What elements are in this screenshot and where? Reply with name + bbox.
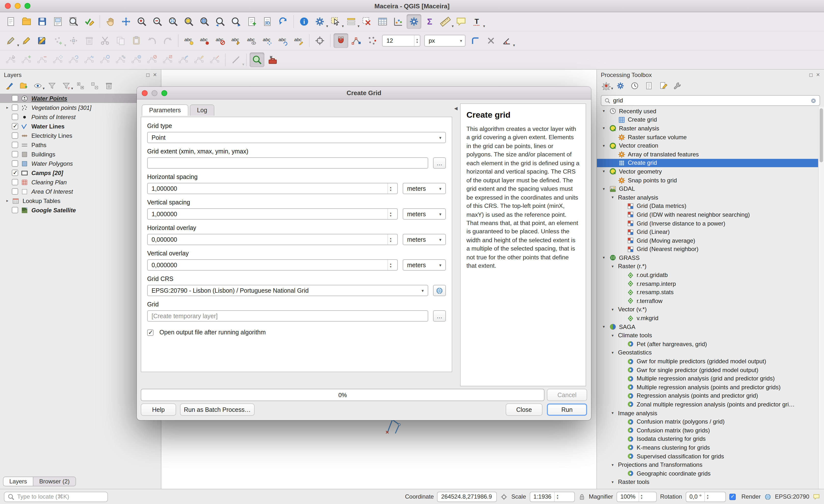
disclosure-triangle-icon[interactable]: ▾ — [612, 463, 618, 467]
layer-labeling-options-button[interactable]: abc — [182, 33, 196, 48]
toolbox-item[interactable]: ▾Projections and Transformations — [597, 461, 818, 469]
redo-button[interactable] — [161, 33, 175, 48]
disclosure-triangle-icon[interactable]: ▾ — [603, 256, 609, 260]
disclosure-triangle-icon[interactable]: ▾ — [612, 333, 618, 338]
hoverlay-input[interactable]: 0,000000 ▴▾ — [147, 234, 398, 245]
layer-visibility-checkbox[interactable] — [12, 188, 18, 195]
expand-arrow-icon[interactable]: ▸ — [3, 199, 12, 203]
stepper-icons[interactable]: ▴▾ — [554, 492, 560, 501]
vspacing-unit-combo[interactable]: meters▾ — [403, 208, 446, 220]
zoom-last-button[interactable] — [213, 14, 228, 29]
layer-visibility-checkbox[interactable] — [12, 207, 18, 213]
vspacing-input[interactable]: 1,000000 ▴▾ — [147, 208, 398, 220]
stepper-icons[interactable]: ▴▾ — [705, 492, 710, 501]
move-label-button[interactable]: abc — [260, 33, 275, 48]
toolbox-item[interactable]: Geographic coordinate grids — [597, 469, 818, 478]
run-as-batch-button[interactable]: Run as Batch Process… — [180, 403, 254, 416]
extent-browse-button[interactable]: … — [433, 157, 446, 169]
text-annotation-button[interactable]: T▾ — [470, 14, 484, 29]
toolbox-item[interactable]: r.out.gridatb — [597, 271, 818, 279]
toolbox-item[interactable]: ▾Vector geometry — [597, 167, 818, 176]
plugin-toolbox-button[interactable] — [265, 52, 280, 67]
toolbox-item[interactable]: Regression analysis (points and predicto… — [597, 391, 818, 400]
toolbox-item[interactable]: Gwr for multiple predictors (gridded mod… — [597, 357, 818, 366]
disclosure-triangle-icon[interactable]: ▾ — [612, 351, 618, 355]
tab-parameters[interactable]: Parameters — [142, 104, 188, 116]
project-save-button[interactable] — [35, 14, 49, 29]
zoom-window-button[interactable] — [24, 3, 30, 9]
history-button[interactable] — [629, 81, 640, 91]
rotation-spin[interactable]: 0,0 °▴▾ — [686, 492, 726, 502]
project-open-button[interactable] — [19, 14, 34, 29]
angle-snapping-button[interactable]: ▾ — [499, 33, 514, 48]
processing-toolbox-toggle-button[interactable] — [407, 14, 421, 29]
disclosure-triangle-icon[interactable]: ▾ — [612, 307, 618, 312]
hspacing-unit-combo[interactable]: meters▾ — [403, 183, 446, 194]
crs-select-button[interactable] — [433, 285, 446, 296]
map-tips-button[interactable] — [454, 14, 469, 29]
reshape-features-button[interactable] — [192, 52, 206, 67]
search-plugin-button[interactable] — [250, 52, 265, 67]
dialog-close-button[interactable] — [142, 90, 147, 96]
fill-ring-button[interactable] — [129, 52, 144, 67]
rotate-label-button[interactable]: abc — [276, 33, 290, 48]
show-hidden-labels-button[interactable]: abc — [244, 33, 259, 48]
save-layer-edits-button[interactable] — [35, 33, 49, 48]
hspacing-input[interactable]: 1,000000 ▴▾ — [147, 183, 398, 194]
toolbox-item[interactable]: Supervised classification for grids — [597, 452, 818, 461]
layer-visibility-checkbox[interactable] — [12, 95, 18, 102]
layer-visibility-checkbox[interactable] — [12, 170, 18, 176]
cancel-button[interactable]: Cancel — [547, 389, 587, 401]
toolbox-item[interactable]: ▾SAGA — [597, 323, 818, 331]
hoverlay-unit-combo[interactable]: meters▾ — [403, 234, 446, 245]
toolbox-item[interactable]: Multiple regression analysis (points and… — [597, 383, 818, 391]
disclosure-triangle-icon[interactable]: ▾ — [603, 169, 609, 174]
manage-map-themes-button[interactable]: ▾ — [32, 81, 44, 91]
toolbox-item[interactable]: ▾Geostatistics — [597, 348, 818, 357]
toolbox-item[interactable]: ▾Climate tools — [597, 331, 818, 340]
snap-tolerance-spin[interactable]: 12▴▾ — [382, 35, 420, 46]
stepper-icons[interactable]: ▴▾ — [388, 209, 393, 219]
add-group-button[interactable] — [18, 81, 29, 91]
close-window-button[interactable] — [5, 3, 11, 9]
paste-features-button[interactable] — [129, 33, 144, 48]
toolbox-item[interactable]: Confusion matrix (two grids) — [597, 426, 818, 434]
zoom-in-button[interactable] — [134, 14, 149, 29]
toggle-editing-button[interactable] — [19, 33, 34, 48]
snapping-crosshair-button[interactable] — [312, 33, 327, 48]
new-print-layout-button[interactable] — [50, 14, 65, 29]
disclosure-triangle-icon[interactable]: ▾ — [612, 411, 618, 415]
close-panel-icon[interactable]: ✕ — [816, 72, 820, 78]
layer-visibility-checkbox[interactable] — [12, 123, 18, 129]
layer-visibility-checkbox[interactable] — [12, 179, 18, 185]
toolbox-item[interactable]: Isodata clustering for grids — [597, 434, 818, 443]
disclosure-triangle-icon[interactable]: ▾ — [603, 325, 609, 329]
select-features-button[interactable]: ▾ — [328, 14, 343, 29]
filter-by-expression-button[interactable]: ε▾ — [60, 81, 72, 91]
toolbox-item[interactable]: ▾Image analysis — [597, 409, 818, 417]
toolbox-item[interactable]: ▾Vector (v.*) — [597, 305, 818, 314]
disclosure-triangle-icon[interactable]: ▾ — [612, 195, 618, 200]
layer-visibility-checkbox[interactable] — [12, 151, 18, 157]
zoom-out-button[interactable] — [150, 14, 165, 29]
toolbox-item[interactable]: ▾GRASS — [597, 253, 818, 262]
open-attribute-table-button[interactable] — [375, 14, 390, 29]
vertex-tool-button[interactable] — [3, 52, 18, 67]
open-output-checkbox[interactable] — [147, 329, 153, 336]
layer-visibility-checkbox[interactable] — [12, 160, 18, 167]
toolbox-item[interactable]: ▾Raster analysis — [597, 124, 818, 133]
grid-output-browse-button[interactable]: … — [433, 310, 446, 322]
stepper-icons[interactable]: ▴▾ — [638, 492, 644, 501]
magnifier-spin[interactable]: 100%▴▾ — [617, 492, 657, 502]
offset-curve-button[interactable] — [176, 52, 191, 67]
float-panel-icon[interactable]: ◻ — [146, 72, 150, 78]
line-cap-style-button[interactable] — [484, 33, 498, 48]
toolbox-item[interactable]: ▾Raster tools — [597, 478, 818, 486]
toolbox-item[interactable]: Zonal multiple regression analysis (poin… — [597, 400, 818, 409]
add-vertex-button[interactable] — [19, 52, 34, 67]
toolbox-item[interactable]: r.resamp.interp — [597, 279, 818, 288]
toolbox-item[interactable]: Array of translated features — [597, 150, 818, 159]
edit-features-in-place-button[interactable] — [657, 81, 669, 91]
toolbox-item[interactable]: Grid (Data metrics) — [597, 202, 818, 210]
coordinate-input[interactable]: 264524.8,271986.9 — [437, 492, 497, 502]
